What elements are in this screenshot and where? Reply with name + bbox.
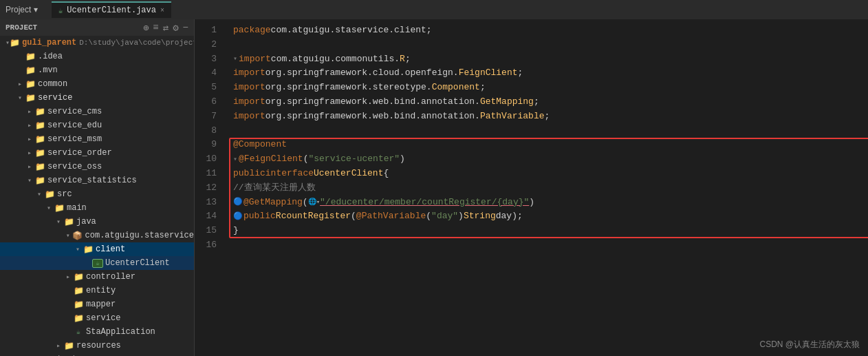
- arrow-com-pkg: ▾: [63, 231, 72, 240]
- tree-item-resources[interactable]: ▸ 📁 resources: [0, 339, 194, 353]
- line11-brace: {: [383, 167, 389, 181]
- tree-item-service[interactable]: ▾ 📁 service: [0, 91, 194, 105]
- code-line-15: }: [233, 224, 868, 238]
- folder-icon-entity: 📁: [73, 286, 84, 296]
- tree-item-mapper[interactable]: 📁 mapper: [0, 297, 194, 311]
- gutter-icon-14: 🔵: [233, 211, 243, 223]
- code-container[interactable]: 1 2 3 4 5 6 7 8 9 10 11 12 13 14 15 16: [195, 19, 868, 356]
- code-line-16: [233, 238, 868, 253]
- line6-pkg: org.springframework.web.bind.annotation.: [265, 95, 480, 109]
- java-file-icon: ☕: [58, 6, 63, 15]
- line13-close: ): [529, 196, 534, 210]
- arrow-service: ▾: [15, 94, 25, 102]
- editor-tab[interactable]: ☕ UcenterClient.java ×: [52, 1, 171, 18]
- tree-item-main[interactable]: ▾ 📁 main: [0, 201, 194, 215]
- tree-label-resources: resources: [76, 341, 121, 350]
- code-line-8: [233, 124, 868, 138]
- line11-classname: UcenterClient: [314, 167, 383, 181]
- tree-item-guli-parent[interactable]: ▾ 📁 guli_parent D:\study\java\code\proje…: [0, 36, 194, 50]
- code-line-13: 🔵 @GetMapping(🌐▾"/educenter/member/count…: [233, 196, 868, 210]
- project-menu[interactable]: Project ▾: [6, 5, 38, 14]
- arrow-main: ▾: [44, 204, 54, 212]
- tree-item-com-pkg[interactable]: ▾ 📦 com.atguigu.staservice: [0, 229, 194, 242]
- collapse-arrow-3[interactable]: ▾: [233, 54, 237, 65]
- tree-item-service-statistics[interactable]: ▾ 📁 service_statistics: [0, 174, 194, 187]
- kw-import-3: import: [239, 52, 271, 67]
- collapse-arrow-10[interactable]: ▾: [233, 154, 237, 165]
- line6-semi: ;: [534, 95, 539, 109]
- tree-label-service-oss: service_oss: [47, 162, 102, 171]
- folder-icon-service2: 📁: [73, 313, 84, 324]
- tree-label-entity: entity: [86, 286, 116, 295]
- folder-icon-service-statistics: 📁: [34, 176, 45, 186]
- folder-icon-mapper: 📁: [73, 300, 84, 310]
- folder-icon-src: 📁: [44, 189, 55, 200]
- tree-item-ucenter-client[interactable]: ☕ UcenterClient: [0, 256, 194, 270]
- tree-item-client[interactable]: ▾ 📁 client: [0, 242, 194, 256]
- line12-comment: //查询某天注册人数: [233, 181, 316, 196]
- code-line-9: @Component: [233, 138, 868, 152]
- arrow-service-oss: ▸: [25, 163, 34, 171]
- arrow-service-cms: ▸: [25, 107, 34, 116]
- project-tree: ▾ 📁 guli_parent D:\study\java\code\proje…: [0, 36, 194, 356]
- code-editor[interactable]: package com.atguigu.staservice.client; ▾…: [222, 19, 868, 356]
- tree-item-service2[interactable]: 📁 service: [0, 311, 194, 325]
- folder-icon-service-msm: 📁: [34, 134, 45, 145]
- tree-label-ucenter-client: UcenterClient: [105, 258, 170, 268]
- tree-item-mvn[interactable]: 📁 .mvn: [0, 63, 194, 77]
- line14-day: day);: [496, 209, 523, 224]
- kw-public-11: public: [233, 167, 265, 181]
- line14-pathvariable: @PathVariable: [356, 209, 426, 224]
- tree-label-service-order: service_order: [47, 148, 112, 158]
- line7-pkg: org.springframework.web.bind.annotation.: [265, 109, 480, 124]
- sidebar-title: Project: [6, 23, 37, 32]
- tab-close-button[interactable]: ×: [160, 7, 164, 14]
- tree-item-test[interactable]: ▸ 📁 test: [0, 353, 194, 356]
- code-line-3: ▾ import com.atguigu.commonutils.R;: [233, 52, 868, 67]
- line10-close: ): [400, 152, 405, 167]
- settings-icon[interactable]: ⚙: [173, 22, 178, 34]
- line14-paren: (: [351, 209, 356, 224]
- line4-semi: ;: [518, 66, 523, 81]
- line10-paren: (: [303, 152, 309, 167]
- code-line-1: package com.atguigu.staservice.client;: [233, 23, 868, 38]
- add-icon[interactable]: ⊕: [143, 22, 149, 34]
- code-line-12: //查询某天注册人数: [233, 181, 868, 196]
- file-icon-sta-application: ☕: [73, 328, 84, 336]
- line7-class: PathVariable: [480, 109, 545, 124]
- tree-item-service-cms[interactable]: ▸ 📁 service_cms: [0, 105, 194, 118]
- watermark-text: CSDN @认真生活的灰太狼: [759, 339, 860, 349]
- arrow-service-statistics: ▾: [25, 176, 34, 185]
- tree-label-common: common: [38, 79, 67, 89]
- expand-icon[interactable]: ⇄: [163, 22, 169, 34]
- tree-item-service-oss[interactable]: ▸ 📁 service_oss: [0, 160, 194, 174]
- highlighted-block-wrapper: @Component ▾ @FeignClient("service-ucent…: [233, 138, 868, 238]
- tree-item-service-edu[interactable]: ▸ 📁 service_edu: [0, 118, 194, 132]
- code-line-2: [233, 38, 868, 52]
- line4-pkg: org.springframework.cloud.openfeign.: [265, 66, 459, 81]
- tree-item-controller[interactable]: ▸ 📁 controller: [0, 270, 194, 284]
- line14-close: ): [458, 209, 464, 224]
- tree-item-idea[interactable]: 📁 .idea: [0, 50, 194, 63]
- tree-item-entity[interactable]: 📁 entity: [0, 284, 194, 297]
- tree-item-service-order[interactable]: ▸ 📁 service_order: [0, 146, 194, 160]
- arrow-service-msm: ▸: [25, 135, 34, 143]
- tree-label-com-pkg: com.atguigu.staservice: [85, 231, 194, 240]
- folder-icon-service-cms: 📁: [34, 107, 45, 117]
- folder-icon-resources: 📁: [63, 341, 74, 351]
- tree-item-java[interactable]: ▾ 📁 java: [0, 215, 194, 229]
- tree-item-service-msm[interactable]: ▸ 📁 service_msm: [0, 132, 194, 146]
- tree-item-src[interactable]: ▾ 📁 src: [0, 187, 194, 201]
- line7-semi: ;: [545, 109, 550, 124]
- tree-label-client: client: [96, 244, 125, 254]
- tree-item-sta-application[interactable]: ☕ StaApplication: [0, 325, 194, 339]
- tree-item-common[interactable]: ▸ 📁 common: [0, 77, 194, 91]
- folder-icon-guli-parent: 📁: [10, 38, 20, 48]
- minimize-icon[interactable]: −: [183, 22, 188, 34]
- line-numbers: 1 2 3 4 5 6 7 8 9 10 11 12 13 14 15 16: [195, 19, 222, 356]
- arrow-controller: ▸: [63, 273, 73, 281]
- list-icon[interactable]: ≡: [153, 22, 158, 34]
- code-line-7: import org.springframework.web.bind.anno…: [233, 109, 868, 124]
- line3-class: R: [400, 52, 405, 67]
- kw-import-7: import: [233, 109, 265, 124]
